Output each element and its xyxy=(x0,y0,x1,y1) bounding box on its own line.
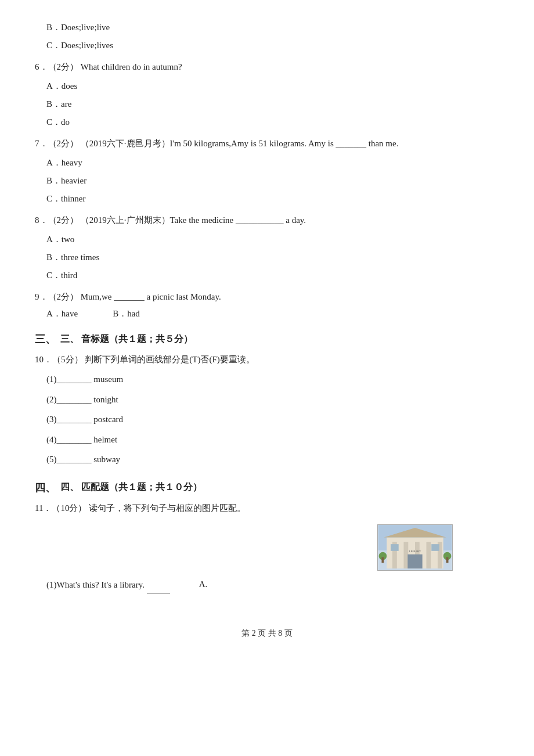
q7-stem: 7．（2分） （2019六下·鹿邑月考）I'm 50 kilograms,Amy… xyxy=(35,136,499,152)
svg-rect-14 xyxy=(381,557,384,563)
option-b-1: B．Does;live;live xyxy=(46,20,499,35)
q6-option-c: C．do xyxy=(46,114,499,130)
q6-option-b: B．are xyxy=(46,96,499,112)
q7-option-c: C．thinner xyxy=(46,191,499,207)
section-3-header: 三、 三、 音标题（共１题；共５分） xyxy=(35,332,499,346)
library-image: LIBRARY xyxy=(377,524,453,571)
page-footer: 第 2 页 共 8 页 xyxy=(35,628,499,639)
q10-item-5: (5)________ subway xyxy=(46,451,499,468)
q9-stem: 9．（2分） Mum,we _______ a picnic last Mond… xyxy=(35,289,499,305)
svg-rect-7 xyxy=(427,542,431,568)
q8-option-c: C．third xyxy=(46,268,499,283)
svg-rect-10 xyxy=(391,544,399,551)
q10-item-2: (2)________ tonight xyxy=(46,391,499,408)
q6-stem: 6．（2分） What children do in autumn? xyxy=(35,59,499,75)
svg-rect-9 xyxy=(407,554,422,568)
q10-item-1: (1)________ museum xyxy=(46,371,499,388)
q9-option-b: B．had xyxy=(113,308,140,319)
q11-option-a: A. xyxy=(199,575,208,593)
q8-option-b: B．three times xyxy=(46,250,499,265)
section-4-header: 四、 四、 匹配题（共１题；共１０分） xyxy=(35,481,499,495)
q9-option-a: A．have xyxy=(46,308,78,319)
question-8: 8．（2分） （2019六上·广州期末）Take the medicine __… xyxy=(35,213,499,283)
q6-option-a: A．does xyxy=(46,78,499,94)
q11-row-1: (1)What's this? It's a library. A. xyxy=(46,575,499,593)
q8-stem: 8．（2分） （2019六上·广州期末）Take the medicine __… xyxy=(35,213,499,228)
q10-stem: 10．（5分） 判断下列单词的画线部分是(T)否(F)要重读。 xyxy=(35,352,499,368)
question-10: 10．（5分） 判断下列单词的画线部分是(T)否(F)要重读。 (1)_____… xyxy=(35,352,499,468)
image-area: LIBRARY xyxy=(35,524,453,571)
question-7: 7．（2分） （2019六下·鹿邑月考）I'm 50 kilograms,Amy… xyxy=(35,136,499,207)
svg-rect-5 xyxy=(404,542,409,568)
option-c-1: C．Does;live;lives xyxy=(46,38,499,53)
q8-option-a: A．two xyxy=(46,232,499,247)
svg-rect-11 xyxy=(431,544,439,551)
q7-option-a: A．heavy xyxy=(46,155,499,171)
q7-option-b: B．heavier xyxy=(46,173,499,189)
question-6: 6．（2分） What children do in autumn? A．doe… xyxy=(35,59,499,130)
q11-sentence-1: (1)What's this? It's a library. xyxy=(46,575,170,593)
q10-item-3: (3)________ postcard xyxy=(46,411,499,428)
svg-text:LIBRARY: LIBRARY xyxy=(409,549,421,552)
q11-stem: 11．（10分） 读句子，将下列句子与相应的图片匹配。 xyxy=(35,501,499,516)
q10-item-4: (4)________ helmet xyxy=(46,431,499,448)
q11-blank-1 xyxy=(147,575,170,593)
svg-rect-16 xyxy=(446,557,449,563)
question-11: 11．（10分） 读句子，将下列句子与相应的图片匹配。 xyxy=(35,501,499,593)
question-9: 9．（2分） Mum,we _______ a picnic last Mond… xyxy=(35,289,499,319)
q9-options: A．have B．had xyxy=(46,308,499,319)
